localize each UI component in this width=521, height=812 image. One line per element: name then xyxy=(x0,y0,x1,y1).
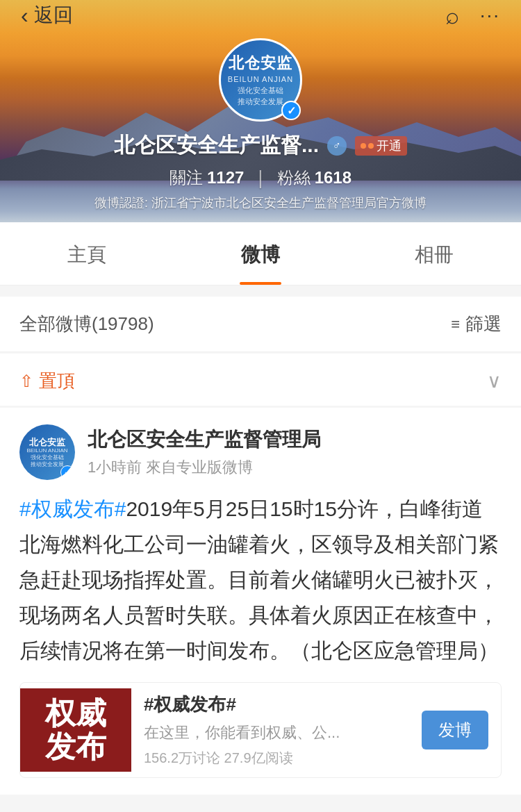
fans-value: 1618 xyxy=(315,168,352,188)
follow-stats: 關注 1127 | 粉絲 1618 xyxy=(169,167,352,189)
tab-weibo[interactable]: 微博 xyxy=(174,222,347,285)
level-text: 开通 xyxy=(377,138,402,154)
topic-image: 权威 发布 xyxy=(20,688,131,772)
post-verified-icon: ✓ xyxy=(64,467,71,477)
verified-description: 微博認證: 浙江省宁波市北仑区安全生产监督管理局官方微博 xyxy=(74,194,447,212)
verified-badge: ✓ xyxy=(281,101,301,120)
filter-button[interactable]: ≡ 篩選 xyxy=(451,312,502,336)
status-bar-actions: ⌕ ··· xyxy=(445,2,500,29)
post-avatar-slogan1: 强化安全基础 xyxy=(31,454,64,461)
topic-info: #权威发布# 在这里，你能看到权威、公... 156.2万讨论 27.9亿阅读 xyxy=(131,683,422,777)
tab-album[interactable]: 相冊 xyxy=(347,222,521,285)
chevron-down-icon[interactable]: ∨ xyxy=(487,370,502,392)
filter-icon: ≡ xyxy=(451,315,460,333)
post-time: 1小時前 xyxy=(88,458,142,476)
verified-check-icon: ✓ xyxy=(287,104,296,117)
fans-label: 粉絲 xyxy=(277,167,311,189)
follow-value: 1127 xyxy=(207,168,244,188)
gender-icon: ♂ xyxy=(327,136,347,156)
topic-stats: 156.2万讨论 27.9亿阅读 xyxy=(144,749,409,768)
profile-name-row: 北仑区安全生产监督... ♂ 开通 xyxy=(114,131,407,160)
pinned-label: ⇧ 置頂 xyxy=(19,369,75,393)
post-body: 2019年5月25日15时15分许，白峰街道北海燃料化工公司一油罐着火，区领导及… xyxy=(19,497,499,662)
post-card: 北仑安监 BEILUN ANJIAN 强化安全基础 推动安全发展 ✓ 北仑区安全… xyxy=(0,408,521,795)
post-author-name[interactable]: 北仑区安全生产监督管理局 xyxy=(88,426,502,453)
more-button[interactable]: ··· xyxy=(480,4,500,26)
post-hashtag-start[interactable]: #权威发布# xyxy=(19,497,126,520)
post-content: #权威发布#2019年5月25日15时15分许，白峰街道北海燃料化工公司一油罐着… xyxy=(19,491,502,668)
topic-image-text: 权威 发布 xyxy=(45,697,106,764)
stats-divider: | xyxy=(258,167,263,189)
avatar-main-text: 北仓安监 xyxy=(229,53,292,74)
post-avatar-sub: BEILUN ANJIAN xyxy=(26,447,67,454)
topic-card[interactable]: 权威 发布 #权威发布# 在这里，你能看到权威、公... 156.2万讨论 27… xyxy=(19,682,502,778)
back-arrow-icon: ‹ xyxy=(21,3,28,28)
pinned-section: ⇧ 置頂 ∨ xyxy=(0,354,521,406)
list-header: 全部微博(19798) ≡ 篩選 xyxy=(0,297,521,352)
follow-label: 關注 xyxy=(169,167,203,189)
post-avatar-text: 北仑安监 xyxy=(29,437,65,448)
status-bar: ‹ 返回 ⌕ ··· xyxy=(0,0,521,31)
profile-header: ‹ 返回 ⌕ ··· 北仓安监 BEILUN ANJIAN 强化安全基础 推动安… xyxy=(0,0,521,222)
search-icon[interactable]: ⌕ xyxy=(445,2,459,29)
post-avatar-slogan2: 推动安全发展 xyxy=(31,461,64,468)
post-author-row: 北仑安监 BEILUN ANJIAN 强化安全基础 推动安全发展 ✓ 北仑区安全… xyxy=(19,424,502,480)
avatar-sub-text: BEILUN ANJIAN xyxy=(228,75,293,83)
level-dot xyxy=(361,143,366,149)
tab-home[interactable]: 主頁 xyxy=(0,222,174,285)
back-button[interactable]: ‹ 返回 xyxy=(21,2,73,28)
pinned-text: 置頂 xyxy=(39,369,75,393)
filter-label: 篩選 xyxy=(465,312,502,336)
follow-count[interactable]: 關注 1127 xyxy=(169,167,244,189)
post-avatar[interactable]: 北仑安监 BEILUN ANJIAN 强化安全基础 推动安全发展 ✓ xyxy=(19,424,75,480)
post-source: 來自专业版微博 xyxy=(146,458,253,476)
fans-count[interactable]: 粉絲 1618 xyxy=(277,167,352,189)
profile-name: 北仑区安全生产监督... xyxy=(114,131,319,160)
post-avatar-badge: ✓ xyxy=(60,465,74,479)
post-meta: 1小時前 來自专业版微博 xyxy=(88,457,502,478)
topic-desc: 在这里，你能看到权威、公... xyxy=(144,722,409,743)
pinned-header: ⇧ 置頂 ∨ xyxy=(0,354,521,406)
level-dot xyxy=(368,143,374,149)
back-label: 返回 xyxy=(34,2,73,28)
nav-tabs: 主頁 微博 相冊 xyxy=(0,222,521,285)
level-dots xyxy=(361,143,374,149)
avatar[interactable]: 北仓安监 BEILUN ANJIAN 强化安全基础 推动安全发展 ✓ xyxy=(219,38,302,122)
post-author-info: 北仑区安全生产监督管理局 1小時前 來自专业版微博 xyxy=(88,426,502,478)
pin-icon: ⇧ xyxy=(19,372,33,391)
profile-content: 北仓安监 BEILUN ANJIAN 强化安全基础 推动安全发展 ✓ 北仑区安全… xyxy=(0,0,521,222)
topic-title: #权威发布# xyxy=(144,693,409,717)
list-count: 全部微博(19798) xyxy=(19,312,154,336)
level-badge: 开通 xyxy=(355,136,407,156)
avatar-slogan: 强化安全基础 推动安全发展 xyxy=(238,85,283,107)
post-button[interactable]: 发博 xyxy=(422,711,488,749)
